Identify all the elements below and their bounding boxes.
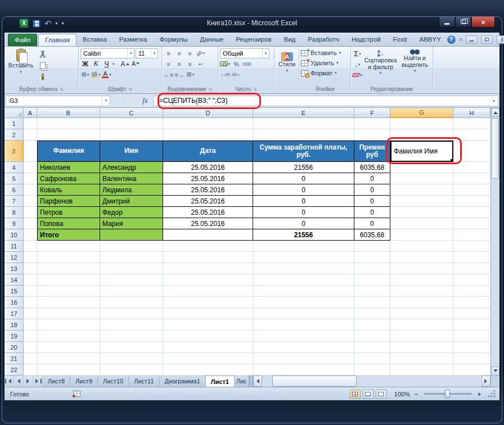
tab-file[interactable]: Файл bbox=[8, 34, 37, 46]
cell-F4[interactable]: 6035,68 bbox=[354, 162, 390, 173]
row-header-7[interactable]: 7 bbox=[4, 196, 24, 207]
cell-A10[interactable] bbox=[24, 229, 37, 241]
cell-G2[interactable] bbox=[390, 129, 453, 141]
cell-A1[interactable] bbox=[24, 118, 37, 129]
cell-C18[interactable] bbox=[100, 319, 163, 331]
tab-addins[interactable]: Надстрой bbox=[345, 34, 387, 46]
cut-button[interactable] bbox=[38, 49, 47, 59]
cell-D3[interactable]: Дата bbox=[163, 141, 253, 162]
cell-E18[interactable] bbox=[253, 319, 354, 331]
shrink-font-button[interactable]: А bbox=[131, 59, 141, 69]
cell-D5[interactable]: 25.05.2016 bbox=[163, 173, 253, 184]
cell-H1[interactable] bbox=[453, 118, 490, 129]
cell-C17[interactable] bbox=[100, 308, 163, 319]
font-color-button[interactable]: А▾ bbox=[102, 70, 111, 79]
cell-F21[interactable] bbox=[354, 353, 390, 364]
cell-G12[interactable] bbox=[390, 252, 453, 263]
formula-input[interactable]: =СЦЕПИТЬ(B3;" ";C3) ▾ bbox=[153, 96, 498, 106]
row-header-19[interactable]: 19 bbox=[4, 331, 24, 342]
cell-A3[interactable] bbox=[24, 141, 37, 162]
cell-G6[interactable] bbox=[390, 184, 453, 196]
restore-button[interactable] bbox=[455, 17, 471, 28]
font-dialog-launcher-icon[interactable]: ↘ bbox=[128, 87, 133, 92]
underline-button[interactable]: Ч bbox=[102, 59, 111, 69]
increase-indent-button[interactable]: ≡→ bbox=[174, 70, 184, 79]
find-select-button[interactable]: Найти и выделить ▾ bbox=[399, 48, 431, 84]
cell-G10[interactable] bbox=[390, 229, 453, 241]
row-header-1[interactable]: 1 bbox=[4, 118, 24, 129]
row-header-4[interactable]: 4 bbox=[4, 162, 24, 173]
cell-D21[interactable] bbox=[163, 353, 253, 364]
align-right-button[interactable]: ≡ bbox=[185, 59, 195, 69]
cell-C13[interactable] bbox=[100, 263, 163, 274]
alignment-dialog-launcher-icon[interactable]: ↘ bbox=[208, 87, 213, 92]
cell-B11[interactable] bbox=[37, 241, 100, 252]
cell-C8[interactable]: Федор bbox=[100, 207, 163, 218]
font-size-combo[interactable]: 11▾ bbox=[136, 48, 158, 58]
clipboard-dialog-launcher-icon[interactable]: ↘ bbox=[59, 87, 64, 92]
cell-H8[interactable] bbox=[453, 207, 490, 218]
zoom-level-text[interactable]: 100% bbox=[394, 391, 410, 397]
cell-C16[interactable] bbox=[100, 297, 163, 308]
clear-button[interactable]: ▾ bbox=[353, 70, 362, 80]
cell-G22[interactable] bbox=[390, 364, 453, 376]
cell-G3[interactable]: Фамилия Имя bbox=[390, 141, 453, 162]
sheet-tab-list11[interactable]: Лист11 bbox=[129, 376, 159, 387]
cell-B13[interactable] bbox=[37, 263, 100, 274]
tab-foxit-pdf[interactable]: Foxit PDF bbox=[387, 34, 413, 46]
cell-A11[interactable] bbox=[24, 241, 37, 252]
workbook-restore-button[interactable] bbox=[481, 35, 493, 44]
row-header-11[interactable]: 11 bbox=[4, 241, 24, 252]
cell-C19[interactable] bbox=[100, 331, 163, 342]
cell-F9[interactable]: 0 bbox=[354, 218, 390, 229]
cell-F18[interactable] bbox=[354, 319, 390, 331]
column-header-A[interactable]: A bbox=[24, 108, 37, 118]
tab-abbyy-pdf[interactable]: ABBYY PDF bbox=[413, 34, 447, 46]
cell-B3[interactable]: Фамилия bbox=[37, 141, 100, 162]
zoom-slider-thumb[interactable] bbox=[445, 390, 450, 398]
delete-cells-button[interactable]: Удалить▾ bbox=[301, 58, 349, 68]
cell-A6[interactable] bbox=[24, 184, 37, 196]
cell-D10[interactable] bbox=[163, 229, 253, 241]
column-header-E[interactable]: E bbox=[253, 108, 354, 118]
cell-F7[interactable]: 0 bbox=[354, 196, 390, 207]
cell-D11[interactable] bbox=[163, 241, 253, 252]
column-header-C[interactable]: C bbox=[100, 108, 163, 118]
scroll-left-button[interactable] bbox=[253, 376, 262, 387]
zoom-in-button[interactable]: + bbox=[475, 391, 483, 397]
format-painter-button[interactable] bbox=[38, 72, 47, 82]
tab-insert[interactable]: Вставка bbox=[76, 34, 113, 46]
cell-C6[interactable]: Людмила bbox=[100, 184, 163, 196]
cell-H3[interactable] bbox=[453, 141, 490, 162]
column-header-F[interactable]: F bbox=[354, 108, 390, 118]
workbook-close-button[interactable]: × bbox=[496, 35, 504, 44]
prev-sheet-button[interactable] bbox=[14, 376, 24, 387]
cell-F6[interactable]: 0 bbox=[354, 184, 390, 196]
borders-button[interactable]: ⊞▾ bbox=[80, 70, 90, 79]
cell-A4[interactable] bbox=[24, 162, 37, 173]
cell-B18[interactable] bbox=[37, 319, 100, 331]
sheet-tab-partial[interactable]: Лис bbox=[235, 376, 249, 387]
cell-H17[interactable] bbox=[453, 308, 490, 319]
cell-A13[interactable] bbox=[24, 263, 37, 274]
autosum-button[interactable]: Σ▾ bbox=[353, 49, 362, 58]
expand-formula-bar-icon[interactable]: ▾ bbox=[493, 98, 498, 103]
cell-G21[interactable] bbox=[390, 353, 453, 364]
row-header-10[interactable]: 10 bbox=[4, 229, 24, 241]
zoom-slider-track[interactable] bbox=[424, 393, 471, 395]
insert-cells-button[interactable]: Вставить▾ bbox=[301, 48, 349, 58]
cell-A20[interactable] bbox=[24, 342, 37, 353]
cell-H14[interactable] bbox=[453, 274, 490, 286]
horizontal-scroll-thumb[interactable] bbox=[272, 376, 357, 387]
underline-dropdown-icon[interactable]: ▾ bbox=[112, 62, 115, 66]
cell-H16[interactable] bbox=[453, 297, 490, 308]
cell-B21[interactable] bbox=[37, 353, 100, 364]
cell-H20[interactable] bbox=[453, 342, 490, 353]
cell-D17[interactable] bbox=[163, 308, 253, 319]
cell-F11[interactable] bbox=[354, 241, 390, 252]
name-box[interactable]: G3 ▾ bbox=[6, 96, 110, 106]
scroll-up-button[interactable] bbox=[491, 108, 500, 117]
cell-H10[interactable] bbox=[453, 229, 490, 241]
cell-G9[interactable] bbox=[390, 218, 453, 229]
cell-F2[interactable] bbox=[354, 129, 390, 141]
